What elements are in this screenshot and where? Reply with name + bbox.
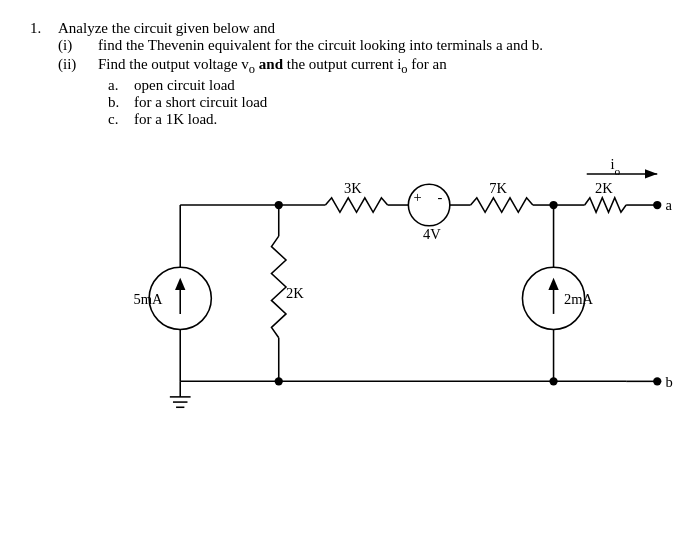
terminal-a-dot bbox=[653, 201, 661, 209]
sub-sub-label-a: a. bbox=[108, 77, 128, 94]
label-4v: 4V bbox=[423, 226, 441, 242]
junction-2ma-bot bbox=[549, 377, 557, 385]
label-2ma: 2mA bbox=[564, 291, 594, 307]
junction-2ma-top bbox=[549, 201, 557, 209]
source-5ma-arrowhead bbox=[175, 278, 185, 290]
sub-item-i: (i) find the Thevenin equivalent for the… bbox=[58, 37, 678, 54]
label-2k-right: 2K bbox=[595, 180, 613, 196]
label-7k: 7K bbox=[489, 180, 507, 196]
sub-content-i: find the Thevenin equivalent for the cir… bbox=[98, 37, 543, 54]
main-text: Analyze the circuit given below and bbox=[58, 20, 678, 37]
sub-label-ii: (ii) bbox=[58, 56, 90, 128]
sub-sub-item-b: b. for a short circuit load bbox=[108, 94, 447, 111]
label-2k-left: 2K bbox=[286, 285, 304, 301]
sub-content-ii: Find the output voltage vo and the outpu… bbox=[98, 56, 447, 128]
resistor-3k bbox=[325, 198, 387, 213]
problem-number: 1. bbox=[30, 20, 50, 428]
sub-sub-label-c: c. bbox=[108, 111, 128, 128]
resistor-2k-left bbox=[271, 236, 286, 338]
resistor-7k bbox=[471, 198, 533, 213]
sub-sub-label-b: b. bbox=[108, 94, 128, 111]
sub-sub-text-c: for a 1K load. bbox=[134, 111, 217, 128]
sub-sub-item-c: c. for a 1K load. bbox=[108, 111, 447, 128]
label-5ma: 5mA bbox=[134, 291, 164, 307]
sub-sub-text-a: open circuit load bbox=[134, 77, 235, 94]
vsrc-plus: + bbox=[414, 189, 422, 205]
circuit-svg: 5mA 2K 3K + - bbox=[118, 148, 678, 428]
sub-item-ii: (ii) Find the output voltage vo and the … bbox=[58, 56, 678, 128]
sub-ii-text: Find the output voltage vo and the outpu… bbox=[98, 56, 447, 77]
terminal-b-label: b bbox=[666, 374, 673, 390]
junction-2k-left-top bbox=[275, 201, 283, 209]
problem-body: Analyze the circuit given below and (i) … bbox=[58, 20, 678, 428]
sub-label-i: (i) bbox=[58, 37, 90, 54]
circuit-diagram: 5mA 2K 3K + - bbox=[118, 148, 678, 428]
terminal-a-label: a bbox=[666, 197, 673, 213]
source-2ma-arrowhead bbox=[548, 278, 558, 290]
problem-container: 1. Analyze the circuit given below and (… bbox=[30, 20, 651, 428]
sub-sub-item-a: a. open circuit load bbox=[108, 77, 447, 94]
resistor-2k-right bbox=[585, 198, 626, 213]
label-3k: 3K bbox=[344, 180, 362, 196]
vsrc-minus: - bbox=[437, 189, 442, 205]
sub-sub-text-b: for a short circuit load bbox=[134, 94, 267, 111]
junction-2k-left-bot bbox=[275, 377, 283, 385]
